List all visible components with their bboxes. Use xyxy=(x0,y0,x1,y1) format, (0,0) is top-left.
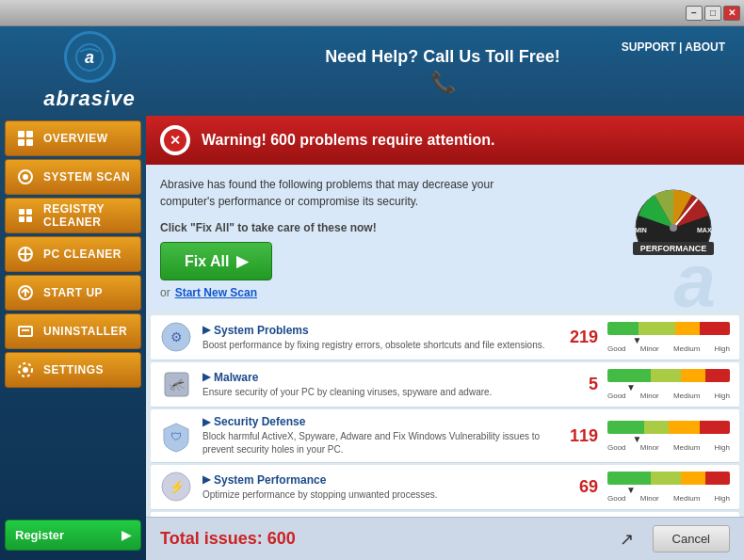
problem-icon-malware: 🦟 xyxy=(160,368,193,401)
svg-rect-5 xyxy=(26,139,33,146)
warning-x-circle: ✕ xyxy=(160,125,190,155)
uninstaller-label: UNINSTALLER xyxy=(43,325,127,338)
new-scan-area: or Start New Scan xyxy=(160,286,603,299)
sidebar-item-system-scan[interactable]: SYSTEM SCAN xyxy=(5,159,141,195)
close-button[interactable]: ✕ xyxy=(723,6,740,21)
sidebar-item-start-up[interactable]: START UP xyxy=(5,275,141,311)
svg-text:⚡: ⚡ xyxy=(169,479,186,495)
system-scan-label: SYSTEM SCAN xyxy=(43,170,130,184)
problem-bar-system-problems: ▼GoodMinorMediumHigh xyxy=(607,322,730,353)
svg-rect-11 xyxy=(26,216,32,222)
overview-icon xyxy=(15,128,36,149)
warning-x-icon: ✕ xyxy=(164,129,186,152)
svg-point-21 xyxy=(23,367,28,373)
maximize-button[interactable]: □ xyxy=(704,6,721,21)
settings-label: SETTINGS xyxy=(43,363,104,376)
fix-all-row: Fix All ▶ xyxy=(160,242,603,280)
problem-row-malware: 🦟 ▶ Malware Ensure security of your PC b… xyxy=(151,362,739,408)
app-window: a abrasive Need Help? Call Us Toll Free!… xyxy=(0,26,744,560)
pc-cleaner-label: PC CLEANER xyxy=(43,248,121,261)
title-bar: − □ ✕ xyxy=(0,0,744,26)
svg-text:MAX: MAX xyxy=(697,227,712,233)
logo-area: a abrasive xyxy=(19,31,160,111)
svg-point-7 xyxy=(23,174,28,180)
svg-rect-9 xyxy=(26,209,32,215)
problems-list: ⚙ ▶ System Problems Boost performance by… xyxy=(146,311,744,517)
problem-bar-malware: ▼GoodMinorMediumHigh xyxy=(607,369,730,400)
support-link[interactable]: SUPPORT xyxy=(622,40,676,54)
registry-icon xyxy=(15,205,36,226)
sidebar-item-pc-cleaner[interactable]: PC CLEANER xyxy=(5,236,141,272)
svg-rect-2 xyxy=(18,131,24,137)
problem-title-system-problems: ▶ System Problems xyxy=(202,324,556,337)
problem-icon-system-problems: ⚙ xyxy=(160,321,193,354)
content-area: OVERVIEW SYSTEM SCAN REGISTRY CLEANER xyxy=(0,116,744,560)
svg-text:🛡: 🛡 xyxy=(170,430,182,443)
problem-row-security-defense: 🛡 ▶ Security Defense Block harmful Activ… xyxy=(151,409,739,463)
svg-text:🦟: 🦟 xyxy=(169,376,186,392)
minimize-button[interactable]: − xyxy=(686,6,703,21)
sidebar: OVERVIEW SYSTEM SCAN REGISTRY CLEANER xyxy=(0,116,146,560)
svg-rect-8 xyxy=(19,209,24,215)
problem-desc-malware: Ensure security of your PC by cleaning v… xyxy=(202,386,556,399)
problem-info-system-problems: ▶ System Problems Boost performance by f… xyxy=(202,324,556,352)
uninstaller-icon xyxy=(15,321,36,342)
svg-rect-3 xyxy=(26,131,33,137)
problem-count-system-problems: 219 xyxy=(565,328,598,347)
logo-icon: a xyxy=(64,31,116,83)
info-left: Abrasive has found the following problem… xyxy=(160,176,603,299)
settings-icon xyxy=(15,360,36,380)
overview-label: OVERVIEW xyxy=(43,132,107,145)
problem-info-malware: ▶ Malware Ensure security of your PC by … xyxy=(202,371,556,399)
gauge-container: MIN MAX PERFORMANCE xyxy=(617,176,730,255)
total-issues: Total issues: 600 xyxy=(160,529,296,549)
problem-desc-security-defense: Block harmful ActiveX, Spyware, Adware a… xyxy=(202,430,556,456)
start-up-icon xyxy=(15,282,36,303)
svg-text:⚙: ⚙ xyxy=(170,329,183,344)
about-link[interactable]: ABOUT xyxy=(685,40,725,54)
logo-text: abrasive xyxy=(43,87,135,111)
header-links: SUPPORT | ABOUT xyxy=(622,40,725,54)
register-label: Register xyxy=(15,528,64,542)
cancel-button[interactable]: Cancel xyxy=(653,525,730,552)
new-scan-link[interactable]: Start New Scan xyxy=(175,286,257,299)
problem-desc-system-problems: Boost performance by fixing registry err… xyxy=(202,339,556,352)
cursor-icon: ↗ xyxy=(620,529,634,550)
phone-icon: 📞 xyxy=(160,71,725,95)
svg-text:a: a xyxy=(85,48,94,67)
warning-banner: ✕ Warning! 600 problems require attentio… xyxy=(146,116,744,165)
problem-bar-system-performance: ▼GoodMinorMediumHigh xyxy=(607,472,730,503)
info-area: Abrasive has found the following problem… xyxy=(146,165,744,311)
click-hint: Click "Fix All" to take care of these no… xyxy=(160,221,603,234)
info-description: Abrasive has found the following problem… xyxy=(160,176,603,210)
main-footer: Total issues: 600 ↗ Cancel xyxy=(146,517,744,560)
performance-label: PERFORMANCE xyxy=(633,242,715,255)
problem-count-system-performance: 69 xyxy=(565,477,598,497)
svg-rect-10 xyxy=(19,216,24,222)
problem-title-malware: ▶ Malware xyxy=(202,371,556,384)
or-text: or xyxy=(160,286,170,299)
sidebar-item-settings[interactable]: SETTINGS xyxy=(5,352,141,388)
sidebar-item-overview[interactable]: OVERVIEW xyxy=(5,120,141,156)
problem-title-system-performance: ▶ System Performance xyxy=(202,473,556,487)
app-header: a abrasive Need Help? Call Us Toll Free!… xyxy=(0,26,744,116)
fix-all-label: Fix All xyxy=(185,253,229,270)
gauge-svg: MIN MAX xyxy=(622,176,725,242)
problem-title-security-defense: ▶ Security Defense xyxy=(202,415,556,428)
problem-icon-system-performance: ⚡ xyxy=(160,471,193,504)
start-up-label: START UP xyxy=(43,286,103,299)
svg-rect-4 xyxy=(18,139,24,146)
problem-icon-security-defense: 🛡 xyxy=(160,420,193,453)
problem-desc-system-performance: Optimize performance by stopping unwante… xyxy=(202,488,556,502)
svg-text:MIN: MIN xyxy=(635,227,647,233)
register-button[interactable]: Register ▶ xyxy=(5,520,141,551)
sidebar-item-uninstaller[interactable]: UNINSTALLER xyxy=(5,313,141,349)
fix-all-arrow: ▶ xyxy=(236,252,248,270)
problem-info-security-defense: ▶ Security Defense Block harmful ActiveX… xyxy=(202,415,556,456)
pc-cleaner-icon xyxy=(15,244,36,264)
svg-point-25 xyxy=(670,224,677,232)
sidebar-item-registry-cleaner[interactable]: REGISTRY CLEANER xyxy=(5,198,141,233)
fix-all-button[interactable]: Fix All ▶ xyxy=(160,242,272,280)
register-arrow: ▶ xyxy=(121,528,131,542)
problem-count-malware: 5 xyxy=(565,375,598,394)
